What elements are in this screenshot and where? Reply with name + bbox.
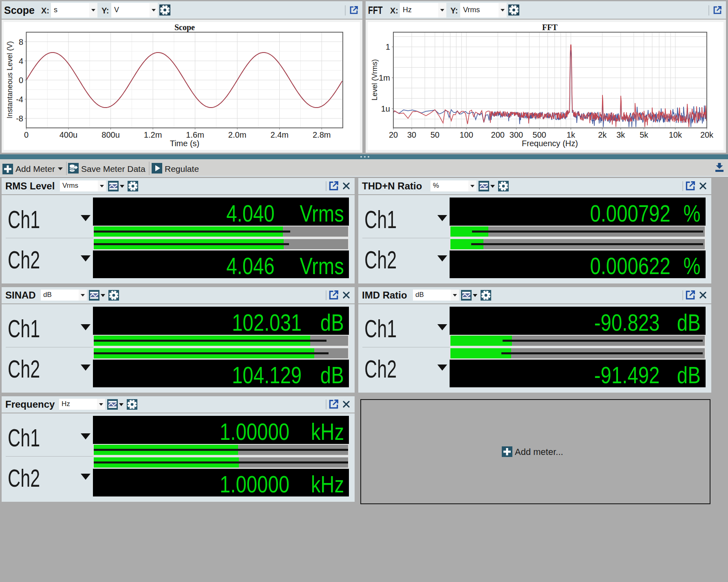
- svg-text:Time (s): Time (s): [170, 139, 200, 148]
- svg-text:1u: 1u: [381, 104, 390, 113]
- svg-text:100: 100: [460, 130, 473, 139]
- svg-text:300: 300: [510, 130, 523, 139]
- svg-text:FFT: FFT: [542, 23, 558, 32]
- svg-text:2.4m: 2.4m: [270, 130, 288, 139]
- svg-text:-8: -8: [16, 114, 23, 123]
- svg-text:800u: 800u: [101, 130, 120, 139]
- svg-text:-4: -4: [16, 95, 23, 104]
- svg-text:1m: 1m: [379, 73, 390, 82]
- svg-text:2k: 2k: [598, 130, 607, 139]
- svg-text:30: 30: [407, 130, 416, 139]
- svg-text:1.6m: 1.6m: [186, 130, 204, 139]
- svg-text:20k: 20k: [700, 130, 714, 139]
- svg-text:0: 0: [19, 76, 23, 85]
- svg-text:3k: 3k: [616, 130, 625, 139]
- svg-text:2.8m: 2.8m: [313, 130, 331, 139]
- svg-text:Frequency (Hz): Frequency (Hz): [522, 139, 578, 148]
- svg-text:400u: 400u: [60, 130, 78, 139]
- svg-text:5k: 5k: [640, 130, 649, 139]
- svg-text:Instantaneous Level (V): Instantaneous Level (V): [6, 41, 14, 119]
- svg-text:1.2m: 1.2m: [144, 130, 162, 139]
- svg-text:8: 8: [19, 37, 23, 46]
- svg-text:1: 1: [386, 42, 390, 51]
- svg-text:Scope: Scope: [174, 23, 195, 32]
- svg-text:1k: 1k: [567, 130, 576, 139]
- svg-text:4: 4: [19, 57, 23, 66]
- svg-text:50: 50: [430, 130, 439, 139]
- svg-text:200: 200: [491, 130, 505, 139]
- svg-text:10k: 10k: [669, 130, 682, 139]
- svg-text:500: 500: [533, 130, 546, 139]
- svg-text:2.0m: 2.0m: [228, 130, 246, 139]
- svg-text:Level (Vrms): Level (Vrms): [371, 59, 379, 100]
- svg-text:20: 20: [389, 130, 398, 139]
- svg-text:0: 0: [24, 130, 29, 139]
